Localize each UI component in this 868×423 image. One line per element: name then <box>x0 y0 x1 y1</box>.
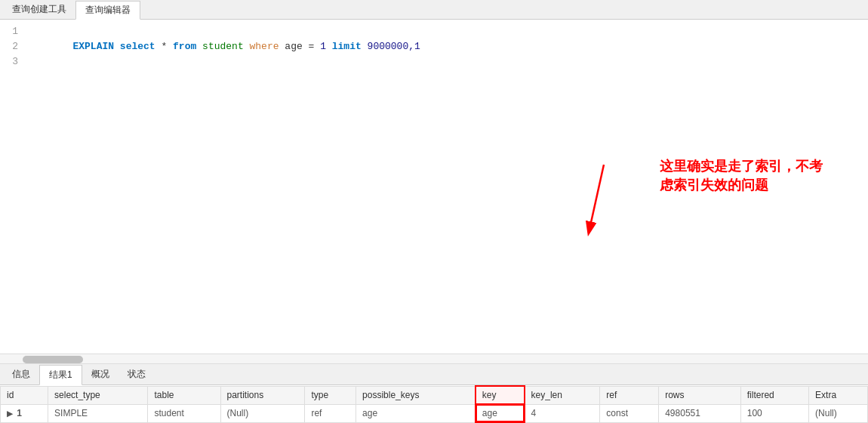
col-header-id[interactable]: id <box>1 386 48 404</box>
cell-rows[interactable]: 4980551 <box>659 404 741 422</box>
cell-extra[interactable]: (Null) <box>809 404 868 422</box>
keyword-from: from <box>173 41 196 52</box>
cell-possible-keys[interactable]: age <box>356 404 476 422</box>
col-header-key[interactable]: key <box>476 386 525 404</box>
cell-key[interactable]: age <box>476 404 525 422</box>
code-lines[interactable]: EXPLAIN select * from student where age … <box>23 24 868 349</box>
table-row: ▶ ▶ 11 SIMPLE student (Null) ref age age… <box>1 404 868 422</box>
tab-overview[interactable]: 概况 <box>82 365 119 384</box>
horizontal-scrollbar[interactable] <box>0 354 868 364</box>
col-header-filtered[interactable]: filtered <box>740 386 808 404</box>
tab-query-builder[interactable]: 查询创建工具 <box>3 1 75 18</box>
keyword-explain: EXPLAIN <box>72 41 114 52</box>
col-header-table[interactable]: table <box>148 386 220 404</box>
cell-id[interactable]: ▶ ▶ 11 <box>1 404 48 422</box>
line-numbers: 1 2 3 <box>0 24 23 349</box>
col-header-extra[interactable]: Extra <box>809 386 868 404</box>
col-header-select-type[interactable]: select_type <box>48 386 148 404</box>
table-header-row: id select_type table partitions type pos… <box>1 386 868 404</box>
cell-partitions[interactable]: (Null) <box>220 404 305 422</box>
cell-select-type[interactable]: SIMPLE <box>48 404 148 422</box>
col-header-key-len[interactable]: key_len <box>525 386 600 404</box>
cell-type[interactable]: ref <box>305 404 356 422</box>
code-line-1: EXPLAIN select * from student where age … <box>26 24 868 39</box>
bottom-tab-bar: 信息 结果1 概况 状态 <box>0 364 868 385</box>
editor-content[interactable]: 1 2 3 EXPLAIN select * from student wher… <box>0 20 868 354</box>
keyword-limit: limit <box>332 41 362 52</box>
tab-result1[interactable]: 结果1 <box>39 365 82 385</box>
keyword-where: where <box>250 41 279 52</box>
results-table: id select_type table partitions type pos… <box>0 385 868 423</box>
col-header-type[interactable]: type <box>305 386 356 404</box>
col-header-possible-keys[interactable]: possible_keys <box>356 386 476 404</box>
scrollbar-thumb[interactable] <box>23 356 83 363</box>
cell-ref[interactable]: const <box>600 404 659 422</box>
editor-area: 1 2 3 EXPLAIN select * from student wher… <box>0 20 868 354</box>
col-header-partitions[interactable]: partitions <box>220 386 305 404</box>
cell-key-len[interactable]: 4 <box>525 404 600 422</box>
value-1: 1 <box>320 41 326 52</box>
tab-status[interactable]: 状态 <box>119 365 155 384</box>
limit-value: 9000000,1 <box>368 41 420 52</box>
top-tab-bar: 查询创建工具 查询编辑器 <box>0 0 868 20</box>
keyword-select: select <box>120 41 155 52</box>
tab-query-editor[interactable]: 查询编辑器 <box>75 1 140 20</box>
cell-filtered[interactable]: 100 <box>740 404 808 422</box>
row-indicator: ▶ <box>7 409 13 418</box>
cell-table[interactable]: student <box>148 404 220 422</box>
col-header-rows[interactable]: rows <box>659 386 741 404</box>
code-line-3 <box>26 54 868 69</box>
tab-info[interactable]: 信息 <box>3 365 39 384</box>
results-area: id select_type table partitions type pos… <box>0 385 868 423</box>
table-name: student <box>202 41 244 52</box>
col-header-ref[interactable]: ref <box>600 386 659 404</box>
